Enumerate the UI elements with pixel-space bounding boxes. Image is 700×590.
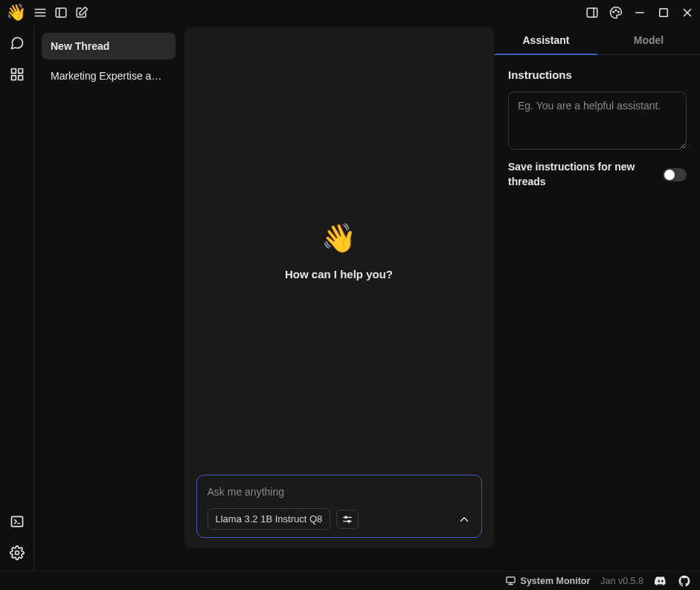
statusbar: System Monitor Jan v0.5.8 <box>0 571 700 590</box>
close-icon[interactable] <box>681 6 694 19</box>
input-settings-button[interactable] <box>336 510 359 529</box>
svg-point-7 <box>613 11 614 13</box>
svg-point-8 <box>615 10 617 11</box>
discord-icon[interactable] <box>654 574 667 588</box>
right-panel: Assistant Model Instructions Save instru… <box>495 25 700 571</box>
nav-rail <box>0 25 34 571</box>
svg-rect-15 <box>18 69 22 74</box>
sliders-icon <box>341 513 353 525</box>
topbar: 👋 <box>0 0 700 25</box>
chat-input-box: Llama 3.2 1B Instruct Q8 <box>196 475 482 538</box>
grid-icon[interactable] <box>10 67 25 82</box>
model-selector[interactable]: Llama 3.2 1B Instruct Q8 <box>208 508 331 530</box>
maximize-icon[interactable] <box>657 6 670 19</box>
chevron-up-icon[interactable] <box>457 513 471 526</box>
edit-icon[interactable] <box>75 6 89 19</box>
terminal-icon[interactable] <box>10 514 25 529</box>
system-monitor-button[interactable]: System Monitor <box>505 575 591 586</box>
system-monitor-label: System Monitor <box>521 576 591 586</box>
chat-greeting: How can I help you? <box>285 268 393 280</box>
tab-model[interactable]: Model <box>597 25 700 54</box>
panel-left-icon[interactable] <box>54 6 68 19</box>
save-instructions-label: Save instructions for new threads <box>508 160 642 189</box>
palette-icon[interactable] <box>609 6 623 19</box>
svg-rect-25 <box>506 577 514 583</box>
chat-icon[interactable] <box>10 36 25 51</box>
thread-item[interactable]: Marketing Expertise a… <box>42 62 176 89</box>
svg-rect-11 <box>660 9 668 17</box>
version-label: Jan v0.5.8 <box>600 576 643 586</box>
chat-panel: 👋 How can I help you? Llama 3.2 1B Instr… <box>184 27 494 548</box>
svg-point-20 <box>15 551 19 555</box>
tab-assistant[interactable]: Assistant <box>495 25 597 54</box>
save-instructions-toggle[interactable] <box>663 168 687 182</box>
svg-rect-17 <box>18 76 22 80</box>
menu-icon[interactable] <box>33 6 47 19</box>
monitor-icon <box>505 575 516 586</box>
instructions-label: Instructions <box>508 68 687 81</box>
svg-rect-14 <box>11 69 16 74</box>
github-icon[interactable] <box>678 574 691 588</box>
minimize-icon[interactable] <box>633 6 646 19</box>
thread-item[interactable]: New Thread <box>42 33 176 60</box>
svg-rect-3 <box>56 8 66 17</box>
panel-right-icon[interactable] <box>585 6 599 19</box>
threads-list: New Thread Marketing Expertise a… <box>34 25 183 571</box>
svg-point-9 <box>618 11 620 13</box>
chat-logo: 👋 <box>321 222 356 254</box>
svg-rect-16 <box>11 76 16 80</box>
chat-input[interactable] <box>208 486 471 498</box>
gear-icon[interactable] <box>10 545 25 560</box>
app-logo: 👋 <box>6 4 26 21</box>
svg-rect-5 <box>587 8 597 17</box>
instructions-input[interactable] <box>508 92 687 150</box>
